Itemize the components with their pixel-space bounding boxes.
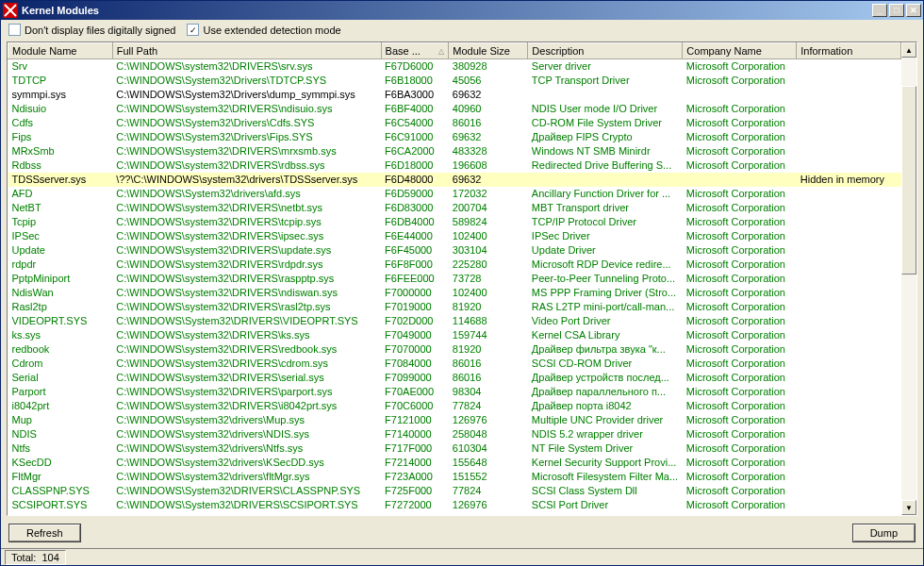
table-row[interactable]: PptpMiniportC:\WINDOWS\system32\DRIVERS\… (8, 272, 901, 286)
dump-button[interactable]: Dump (852, 524, 916, 542)
table-cell: C:\WINDOWS\System32\Drivers\dump_symmpi.… (112, 88, 381, 102)
table-row[interactable]: ks.sysC:\WINDOWS\system32\DRIVERS\ks.sys… (8, 328, 901, 342)
table-cell: symmpi (8, 512, 113, 516)
table-cell: Server driver (528, 59, 683, 74)
column-header[interactable]: Base ...△ (381, 43, 449, 59)
table-cell: Microsoft Corporation (683, 102, 797, 116)
table-row[interactable]: TDTCPC:\WINDOWS\System32\Drivers\TDTCP.S… (8, 74, 901, 88)
table-row[interactable]: RdbssC:\WINDOWS\system32\DRIVERS\rdbss.s… (8, 158, 901, 173)
table-row[interactable]: KSecDDC:\WINDOWS\system32\drivers\KSecDD… (8, 456, 901, 470)
table-cell: F7214000 (381, 456, 449, 470)
table-cell: C:\WINDOWS\system32\DRIVERS\parport.sys (112, 385, 381, 399)
table-row[interactable]: symmpi.sysC:\WINDOWS\System32\Drivers\du… (8, 88, 901, 102)
minimize-button[interactable]: _ (872, 4, 887, 17)
table-row[interactable]: NdisuioC:\WINDOWS\system32\DRIVERS\ndisu… (8, 102, 901, 116)
table-cell: C:\WINDOWS\system32\DRIVERS\serial.sys (112, 371, 381, 385)
column-header[interactable]: Module Name (8, 43, 113, 59)
table-cell: Microsoft Corporation (683, 413, 797, 427)
scroll-track[interactable] (901, 58, 916, 500)
table-cell: Microsoft Corporation (683, 385, 797, 399)
table-row[interactable]: UpdateC:\WINDOWS\system32\DRIVERS\update… (8, 243, 901, 258)
scroll-thumb[interactable] (901, 86, 916, 275)
table-cell: Kernel Security Support Provi... (528, 456, 683, 470)
table-row[interactable]: ParportC:\WINDOWS\system32\DRIVERS\parpo… (8, 385, 901, 399)
column-header[interactable]: Company Name (683, 43, 797, 59)
window: Kernel Modules _ □ ✕ Don't display files… (0, 0, 924, 566)
table-cell: F7291000 (381, 512, 449, 516)
table-cell: redbook (8, 342, 113, 357)
table-cell: Microsoft Corporation (683, 215, 797, 229)
table-row[interactable]: NetBTC:\WINDOWS\system32\DRIVERS\netbt.s… (8, 201, 901, 215)
table-row[interactable]: MRxSmbC:\WINDOWS\system32\DRIVERS\mrxsmb… (8, 144, 901, 158)
bottom-bar: Refresh Dump (1, 518, 923, 548)
table-cell: MBT Transport driver (528, 201, 683, 215)
table-cell: Microsoft Corporation (683, 484, 797, 498)
table-cell: C:\WINDOWS\System32\DRIVERS\VIDEOPRT.SYS (112, 314, 381, 328)
table-row[interactable]: MupC:\WINDOWS\system32\drivers\Mup.sysF7… (8, 413, 901, 427)
table-row[interactable]: NDISC:\WINDOWS\system32\drivers\NDIS.sys… (8, 427, 901, 441)
table-cell: C:\WINDOWS\system32\DRIVERS\i8042prt.sys (112, 399, 381, 413)
table-cell: 69632 (449, 173, 528, 187)
table-row[interactable]: NtfsC:\WINDOWS\system32\drivers\Ntfs.sys… (8, 441, 901, 456)
table-cell: C:\WINDOWS\System32\drivers\afd.sys (112, 187, 381, 201)
maximize-button[interactable]: □ (889, 4, 904, 17)
table-row[interactable]: symmpiC:\WINDOWS\system32\drivers\symmpi… (8, 512, 901, 516)
table-cell: F7084000 (381, 357, 449, 371)
table-cell: 77824 (449, 399, 528, 413)
column-header[interactable]: Information (797, 43, 901, 59)
table-cell: F67D6000 (381, 59, 449, 74)
table-row[interactable]: Rasl2tpC:\WINDOWS\system32\DRIVERS\rasl2… (8, 300, 901, 314)
table-row[interactable]: TDSSserver.sys\??\C:\WINDOWS\system32\dr… (8, 173, 901, 187)
table-cell: MS PPP Framing Driver (Stro... (528, 286, 683, 300)
scroll-down-button[interactable]: ▼ (901, 500, 916, 515)
check-extended-mode[interactable]: ✓ Use extended detection mode (187, 24, 340, 36)
column-header[interactable]: Module Size (449, 43, 528, 59)
table-cell: F6BF4000 (381, 102, 449, 116)
table-row[interactable]: CdfsC:\WINDOWS\System32\Drivers\Cdfs.SYS… (8, 116, 901, 130)
table-row[interactable]: VIDEOPRT.SYSC:\WINDOWS\System32\DRIVERS\… (8, 314, 901, 328)
table-row[interactable]: redbookC:\WINDOWS\system32\DRIVERS\redbo… (8, 342, 901, 357)
table-cell: F6B18000 (381, 74, 449, 88)
refresh-button[interactable]: Refresh (8, 524, 81, 542)
table-row[interactable]: rdpdrC:\WINDOWS\system32\DRIVERS\rdpdr.s… (8, 258, 901, 272)
table-row[interactable]: SCSIPORT.SYSC:\WINDOWS\System32\DRIVERS\… (8, 498, 901, 512)
table-row[interactable]: AFDC:\WINDOWS\System32\drivers\afd.sysF6… (8, 187, 901, 201)
table-cell (797, 456, 901, 470)
table-cell: Ndisuio (8, 102, 113, 116)
window-buttons: _ □ ✕ (872, 4, 921, 17)
table-row[interactable]: i8042prtC:\WINDOWS\system32\DRIVERS\i804… (8, 399, 901, 413)
column-header[interactable]: Full Path (112, 43, 381, 59)
table-cell: PptpMiniport (8, 272, 113, 286)
column-header[interactable]: Description (528, 43, 683, 59)
table-row[interactable]: IPSecC:\WINDOWS\system32\DRIVERS\ipsec.s… (8, 229, 901, 243)
table-cell: Microsoft Corporation (683, 300, 797, 314)
table-cell: NDIS User mode I/O Driver (528, 102, 683, 116)
table-row[interactable]: FltMgrC:\WINDOWS\system32\drivers\fltMgr… (8, 470, 901, 484)
titlebar[interactable]: Kernel Modules _ □ ✕ (1, 1, 923, 20)
table-cell: \??\C:\WINDOWS\system32\drivers\TDSSserv… (112, 173, 381, 187)
window-title: Kernel Modules (22, 5, 872, 16)
check-dont-display-signed[interactable]: Don't display files digitally signed (8, 24, 175, 36)
scroll-up-button[interactable]: ▲ (901, 42, 916, 58)
close-button[interactable]: ✕ (906, 4, 921, 17)
table-cell: Serial (8, 371, 113, 385)
table-row[interactable]: FipsC:\WINDOWS\System32\Drivers\Fips.SYS… (8, 130, 901, 144)
table-cell: 258048 (449, 427, 528, 441)
table-cell: C:\WINDOWS\system32\DRIVERS\raspptp.sys (112, 272, 381, 286)
table-row[interactable]: CLASSPNP.SYSC:\WINDOWS\System32\DRIVERS\… (8, 484, 901, 498)
table-cell: 172032 (449, 187, 528, 201)
table-cell (797, 342, 901, 357)
table-row[interactable]: NdisWanC:\WINDOWS\system32\DRIVERS\ndisw… (8, 286, 901, 300)
vertical-scrollbar[interactable]: ▲ ▼ (901, 42, 916, 515)
table-row[interactable]: SrvC:\WINDOWS\system32\DRIVERS\srv.sysF6… (8, 59, 901, 74)
table-row[interactable]: CdromC:\WINDOWS\system32\DRIVERS\cdrom.s… (8, 357, 901, 371)
table-cell: FltMgr (8, 470, 113, 484)
table-cell: Microsoft Corporation (683, 470, 797, 484)
table-cell: CLASSPNP.SYS (8, 484, 113, 498)
table-scroll[interactable]: Module NameFull PathBase ...△Module Size… (8, 42, 901, 515)
table-cell: i8042prt (8, 399, 113, 413)
table-cell: C:\WINDOWS\System32\DRIVERS\CLASSPNP.SYS (112, 484, 381, 498)
table-row[interactable]: TcpipC:\WINDOWS\system32\DRIVERS\tcpip.s… (8, 215, 901, 229)
table-cell: SCSI Port Driver (528, 498, 683, 512)
table-row[interactable]: SerialC:\WINDOWS\system32\DRIVERS\serial… (8, 371, 901, 385)
